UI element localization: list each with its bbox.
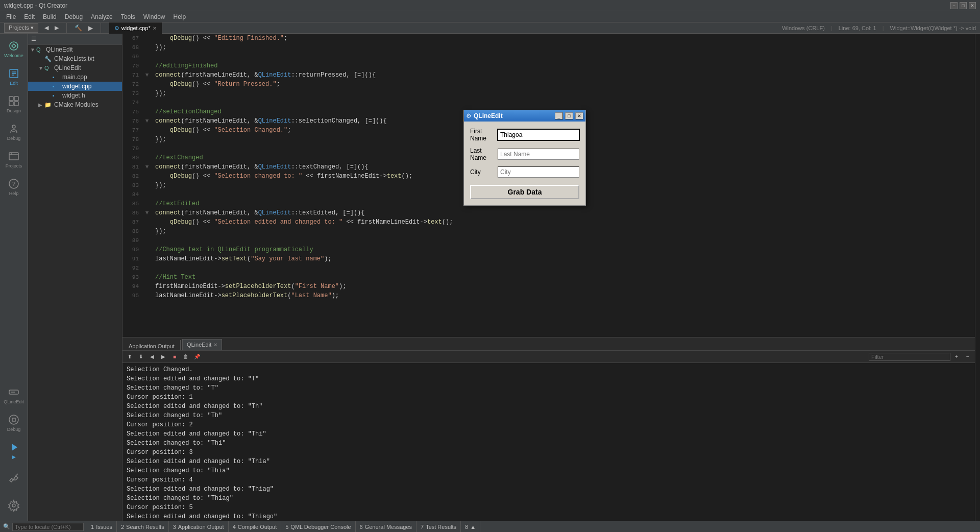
cpp-icon: ▪ (53, 74, 61, 80)
menu-help[interactable]: Help (169, 12, 190, 21)
svg-point-20 (12, 504, 15, 507)
tree-item-qlineedit-project[interactable]: ▼ Q QLineEdit (28, 45, 122, 54)
fw-last-name-input[interactable] (498, 149, 579, 160)
close-btn[interactable]: ✕ (969, 2, 976, 9)
grab-data-btn[interactable]: Grab Data (470, 185, 579, 199)
filter-add-btn[interactable]: + (951, 352, 962, 361)
menu-bar: File Edit Build Debug Analyze Tools Wind… (0, 11, 980, 22)
svg-point-9 (12, 125, 15, 128)
close-tab-icon[interactable]: ✕ (153, 26, 157, 31)
status-test-results[interactable]: 7 Test Results (416, 521, 461, 532)
code-line-92: 92 (122, 263, 975, 273)
minimize-btn[interactable]: − (950, 2, 958, 9)
windows-crlf: Windows (CRLF) (782, 25, 825, 31)
output-line-6: Selection changed to: "Th" (127, 411, 971, 420)
fw-last-name-label: Last Name (470, 147, 494, 161)
sidebar-item-run[interactable]: ▶ (2, 437, 26, 464)
filter-input[interactable] (869, 353, 950, 361)
code-line-93: 93 //Hint Text (122, 273, 975, 282)
code-editor: 67 qDebug() << "Editing Finished."; 68 }… (122, 34, 975, 521)
tree-item-widget-h[interactable]: ▪ widget.h (28, 91, 122, 100)
locate-input[interactable] (12, 523, 84, 531)
main-label: main.cpp (62, 74, 87, 81)
tree-item-cmake-modules[interactable]: ▶ 📁 CMake Modules (28, 100, 122, 109)
sidebar-item-debug2[interactable]: Debug (2, 409, 26, 436)
sidebar-item-qlineedit[interactable]: QLineEdit (2, 382, 26, 408)
status-compile-output[interactable]: 4 Compile Output (229, 521, 282, 532)
code-line-72: 72 qDebug() << "Return Pressed."; (122, 80, 975, 89)
maximize-btn[interactable]: □ (960, 2, 967, 9)
sidebar-item-edit[interactable]: Edit (2, 63, 26, 90)
output-tab-close[interactable]: ✕ (213, 342, 217, 348)
output-line-5: Selection edited and changed to: "Th" (127, 402, 971, 411)
stop-btn[interactable]: ■ (169, 352, 180, 361)
fw-maximize-btn[interactable]: □ (565, 112, 573, 119)
sidebar-item-welcome[interactable]: Welcome (2, 36, 26, 62)
fw-first-name-label: First Name (470, 128, 494, 142)
fw-close-btn[interactable]: ✕ (575, 112, 583, 119)
tree-item-main[interactable]: ▪ main.cpp (28, 72, 122, 82)
fw-first-name-input[interactable] (498, 129, 579, 140)
project-label: QLineEdit (46, 46, 73, 53)
status-issues[interactable]: 1 Issues (87, 521, 117, 532)
sidebar-item-projects[interactable]: Projects (2, 146, 26, 173)
menu-debug[interactable]: Debug (61, 12, 87, 21)
run-clean-btn[interactable]: ▶ (88, 25, 93, 32)
tree-item-qlineedit-folder[interactable]: ▼ Q QLineEdit (28, 63, 122, 72)
menu-analyze[interactable]: Analyze (87, 12, 117, 21)
help-icon: ? (8, 178, 20, 190)
design-label: Design (7, 108, 21, 113)
output-line-1: Selection Changed. (127, 365, 971, 374)
fw-minimize-btn[interactable]: _ (555, 112, 563, 119)
projects-btn[interactable]: Projects ▾ (4, 23, 38, 33)
next-btn[interactable]: ▶ (158, 352, 168, 361)
breadcrumb-path: Widget::Widget(QWidget *) -> void (890, 25, 976, 31)
fw-body: First Name Last Name City Grab Data (464, 122, 585, 205)
status-qml-debugger[interactable]: 5 QML Debugger Console (281, 521, 355, 532)
status-8[interactable]: 8 ▲ (461, 521, 480, 532)
sidebar-item-build[interactable] (2, 465, 26, 491)
output-line-11: Selection edited and changed to: "Thia" (127, 457, 971, 466)
output-content[interactable]: Selection Changed. Selection edited and … (122, 363, 975, 521)
help-label: Help (9, 191, 19, 196)
prev-btn[interactable]: ◀ (147, 352, 157, 361)
status-app-output[interactable]: 3 Application Output (169, 521, 229, 532)
clear-btn[interactable]: 🗑 (181, 352, 191, 361)
menu-build[interactable]: Build (39, 12, 61, 21)
output-line-15: Selection changed to: "Thiag" (127, 494, 971, 503)
menu-file[interactable]: File (2, 12, 20, 21)
code-line-67: 67 qDebug() << "Editing Finished."; (122, 34, 975, 43)
pin-btn[interactable]: 📌 (192, 352, 202, 361)
scroll-down-btn[interactable]: ⬇ (136, 352, 146, 361)
status-general-messages[interactable]: 6 General Messages (356, 521, 416, 532)
editor-tab-widget[interactable]: ⚙ widget.cpp* ✕ (109, 22, 162, 34)
tree-item-cmakelists[interactable]: 🔧 CMakeLists.txt (28, 54, 122, 63)
status-search-results[interactable]: 2 Search Results (117, 521, 169, 532)
status-bar-bottom: 🔍 1 Issues 2 Search Results 3 Applicatio… (0, 521, 980, 532)
tree-item-widget-cpp[interactable]: ▪ widget.cpp (28, 82, 122, 91)
menu-window[interactable]: Window (139, 12, 169, 21)
main-layout: Welcome Edit Design (0, 34, 980, 521)
breadcrumb-bar: Projects ▾ ◀ ▶ 🔨 ▶ ⚙ widget.cpp* ✕ Windo… (0, 22, 980, 34)
sidebar-item-settings2[interactable] (2, 492, 26, 519)
sidebar-item-design[interactable]: Design (2, 91, 26, 117)
run-label: ▶ (12, 454, 16, 460)
build-btn[interactable]: 🔨 (75, 25, 82, 32)
toolbar-back[interactable]: ◀ (44, 25, 48, 31)
search-icon: 🔍 (3, 523, 10, 530)
menu-edit[interactable]: Edit (20, 12, 39, 21)
output-line-9: Selection changed to: "Thi" (127, 439, 971, 448)
sidebar-item-help[interactable]: ? Help (2, 174, 26, 200)
edit-label: Edit (10, 81, 18, 86)
fw-city-input[interactable] (498, 166, 579, 178)
scroll-up-btn[interactable]: ⬆ (125, 352, 135, 361)
menu-tools[interactable]: Tools (117, 12, 139, 21)
fw-city-row: City (470, 166, 579, 178)
output-tab-qlineedit[interactable]: QLineEdit ✕ (182, 339, 222, 350)
code-line-74: 74 (122, 98, 975, 107)
filter-collapse-btn[interactable]: − (963, 352, 973, 361)
sidebar-item-debug[interactable]: Debug (2, 118, 26, 145)
right-scrollbar[interactable] (975, 34, 980, 521)
toolbar-forward[interactable]: ▶ (55, 25, 59, 31)
projects-label: Projects (6, 163, 22, 168)
